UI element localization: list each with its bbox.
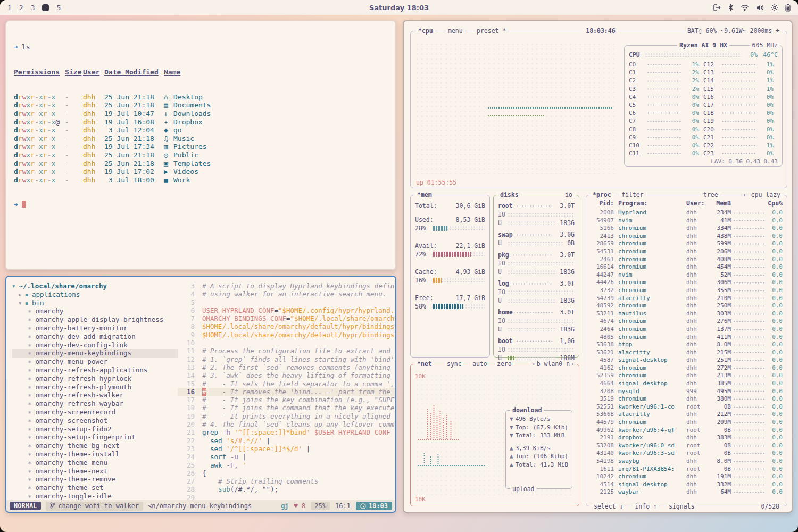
tree-item[interactable]: ▾▪bin [12,299,178,307]
tree-item[interactable]: ∗omarchy-theme-bg-next [12,442,178,450]
process-row[interactable]: 54531chromiumdhh206M0.0 [591,248,783,256]
tree-item[interactable]: ∗omarchy-menu-keybindings [12,349,178,358]
process-row[interactable]: 53621alacrittydhh215M0.0 [591,349,783,357]
proc-tree-button[interactable]: tree [701,191,720,198]
process-row[interactable]: 2461chromiumdhh408M0.0 [591,256,783,264]
tree-item[interactable]: ∗omarchy-screenrecord [12,408,178,417]
process-row[interactable]: 53638btopdhh8.0M0.0 [591,341,783,349]
tree-item[interactable]: ∗omarchy-dev-config-link [12,341,178,350]
workspace-active[interactable] [42,4,49,11]
proc-signals-button[interactable]: signals [667,503,696,510]
net-interface[interactable]: ←b wlan0 n→ [531,360,576,368]
active-prompt[interactable]: ➜ [14,201,388,209]
process-row[interactable]: 2413chromiumdhh438M0.0 [591,232,783,240]
process-row[interactable]: 4674chromiumdhh276M0.0 [591,318,783,326]
code-pane[interactable]: 3# A script to display Hyprland keybindi… [178,277,395,500]
process-row[interactable]: 3519chromiumdhh380M0.0 [591,395,783,403]
process-row[interactable]: 54198swaybgdhh8.0M0.0 [591,458,783,466]
net-sync-button[interactable]: sync [445,360,464,368]
process-row[interactable]: 53211nautilusdhh303M0.0 [591,310,783,318]
workspace-2[interactable]: 2 [19,4,23,12]
code-lines: 3# A script to display Hyprland keybindi… [178,282,395,500]
process-row[interactable]: 16614chromiumdhh454M0.0 [591,263,783,271]
tree-item[interactable]: ∗omarchy-battery-monitor [12,324,178,332]
tab-disks[interactable]: disks [498,191,521,198]
process-row[interactable]: 2125waybardhh64M0.0 [591,488,783,495]
process-row[interactable]: 44247nvimdhh52M0.0 [591,271,783,279]
process-row[interactable]: 54739alacrittydhh210M0.0 [591,295,783,303]
menu-button[interactable]: menu [446,27,465,35]
tree-item[interactable]: ∗omarchy-refresh-applications [12,366,178,375]
process-row[interactable]: 2464chromiumdhh137M0.0 [591,326,783,334]
process-row[interactable]: 1611irq/81-PIXA3854:root0B0.0 [591,466,783,473]
proc-filter-button[interactable]: filter [619,191,646,198]
tree-item[interactable]: ∗omarchy-theme-install [12,450,178,459]
tree-item[interactable]: ∗omarchy-menu-power [12,358,178,366]
tree-item[interactable]: ∗omarchy-theme-set [12,484,178,492]
process-row[interactable]: 44426chromiumdhh306M0.0 [591,279,783,287]
preset-button[interactable]: preset * [475,27,508,35]
process-row[interactable]: 3208mysqld999495M0.0 [591,388,783,396]
net-zero-button[interactable]: zero [495,360,514,368]
line-number: 14 [178,371,195,379]
process-row[interactable]: 2008Hyprlanddhh234M0.0 [591,209,783,217]
process-row[interactable]: 10242chromiumdhh191M0.0 [591,473,783,481]
tab-mem[interactable]: *mem [415,191,434,198]
process-row[interactable]: 52359chromiumdhh213M0.0 [591,372,783,380]
file-user: dhh [83,151,104,160]
proc-sort-selector[interactable]: ← cpu lazy [742,191,783,198]
tree-item[interactable]: ∗omarchy-refresh-walker [12,391,178,400]
tab-net[interactable]: *net [415,360,434,368]
process-row[interactable]: 4805chromiumdhh411M0.0 [591,334,783,342]
process-row[interactable]: 53668alacrittydhh212M0.0 [591,411,783,419]
workspace-5[interactable]: 5 [56,4,61,12]
tree-item[interactable]: ∗omarchy-refresh-waybar [12,400,178,408]
workspace-3[interactable]: 3 [31,4,35,12]
process-row[interactable]: 4514signal-desktopdhh332M0.0 [591,481,783,489]
battery-icon[interactable] [785,4,791,12]
tree-item[interactable]: ∗omarchy-theme-next [12,467,178,476]
file-user: dhh [83,168,104,176]
tree-item[interactable]: ∗omarchy-toggle-idle [12,492,178,500]
process-row[interactable]: 49962kworker/u96:4-gfroot0B0.0 [591,427,783,435]
tree-item[interactable]: ▸▪applications [12,290,178,299]
tree-item[interactable]: ∗omarchy [12,307,178,315]
proc-select-button[interactable]: select ↓ [592,503,625,510]
wifi-icon[interactable] [741,4,749,11]
tree-item[interactable]: ∗omarchy-refresh-plymouth [12,383,178,392]
tree-root[interactable]: ▾ ~/.local/share/omarchy [12,282,178,290]
process-row[interactable]: 4587signal-desktopdhh251M0.0 [591,356,783,364]
bluetooth-icon[interactable] [728,4,734,11]
process-row[interactable]: 44579chromiumdhh209M0.0 [591,419,783,427]
process-row[interactable]: 5166chromiumdhh334M0.0 [591,225,783,232]
process-row[interactable]: 43140kworker/u96:3-sdroot0B0.0 [591,450,783,458]
process-row[interactable]: 4162chromiumdhh272M0.0 [591,364,783,372]
tab-cpu[interactable]: *cpu [416,27,435,35]
tree-item[interactable]: ∗omarchy-setup-fingerprint [12,433,178,442]
process-row[interactable]: 4664signal-desktopdhh385M0.0 [591,380,783,388]
settings-icon[interactable] [771,4,778,11]
proc-info-button[interactable]: info ↑ [633,503,659,510]
process-row[interactable]: 3732chromiumdhh355M0.0 [591,287,783,295]
tree-item[interactable]: ∗omarchy-refresh-hyprlock [12,375,178,383]
workspace-1[interactable]: 1 [7,4,12,12]
process-row[interactable]: 48592chromiumdhh250M0.0 [591,302,783,310]
git-branch[interactable]: change-wofi-to-walker [46,502,143,511]
io-toggle[interactable]: io [563,191,575,198]
volume-icon[interactable] [756,4,764,11]
tree-item[interactable]: ∗omarchy-theme-remove [12,475,178,484]
tree-item[interactable]: ∗omarchy-setup-fido2 [12,425,178,434]
tree-item[interactable]: ∗omarchy-dev-add-migration [12,332,178,341]
logout-icon[interactable] [713,4,721,11]
net-auto-button[interactable]: auto [470,360,489,368]
process-row[interactable]: 53208kworker/u96:0-sdroot0B0.0 [591,442,783,450]
process-row[interactable]: 28659chromiumdhh599M0.0 [591,240,783,248]
tree-item[interactable]: ∗omarchy-theme-menu [12,459,178,467]
tree-item[interactable]: ∗omarchy-screenshot [12,417,178,425]
process-row[interactable]: 2191dropboxdhh383M0.0 [591,434,783,442]
process-row[interactable]: 54907nvimdhh41M0.0 [591,217,783,225]
workspace-switcher[interactable]: 1235 [7,4,61,12]
tree-item[interactable]: ∗omarchy-apple-display-brightness [12,315,178,324]
process-row[interactable]: 52551kworker/u96:1-coroot0B0.0 [591,403,783,411]
tab-proc[interactable]: *proc [591,191,613,198]
